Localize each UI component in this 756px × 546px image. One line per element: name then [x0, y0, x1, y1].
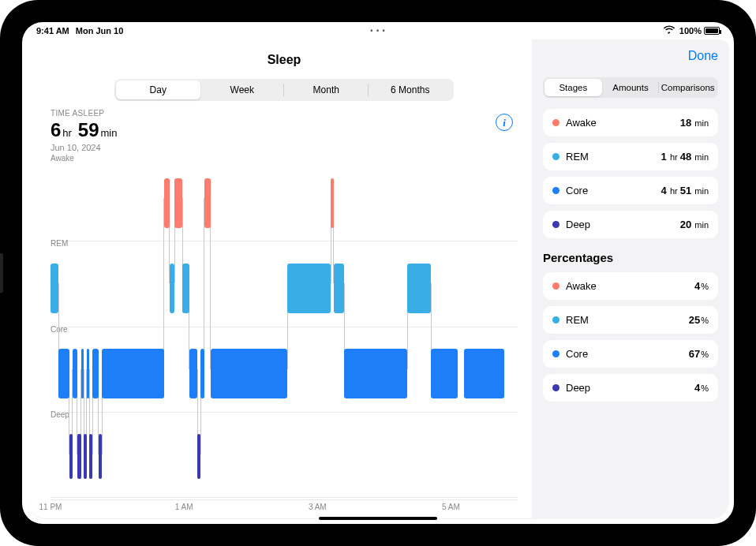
stage-percent: 25% — [689, 314, 709, 326]
summary-date: Jun 10, 2024 — [51, 143, 518, 152]
stage-name: Awake — [566, 117, 597, 129]
range-tab-6-months[interactable]: 6 Months — [369, 80, 453, 99]
sleep-segment-rem[interactable] — [407, 264, 431, 313]
multitask-dots-icon[interactable]: • • • — [370, 27, 385, 35]
page-title: Sleep — [268, 53, 301, 67]
sleep-segment-core[interactable] — [73, 349, 77, 398]
stage-color-dot — [552, 350, 560, 357]
sleep-segment-deep[interactable] — [89, 434, 92, 479]
done-button[interactable]: Done — [688, 49, 718, 63]
stage-name: Deep — [566, 382, 590, 394]
stage-name: REM — [566, 314, 589, 326]
stage-percent: 4% — [694, 382, 709, 394]
stage-percent: 67% — [689, 348, 709, 360]
main-panel: Sleep DayWeekMonth6 Months TIME ASLEEP 6… — [27, 39, 532, 519]
sleep-segment-core[interactable] — [431, 349, 458, 398]
x-tick-label: 3 AM — [309, 503, 327, 511]
stage-percent: 4% — [694, 280, 709, 292]
percentages-header: Percentages — [543, 251, 718, 264]
summary-value: 6hr 59min — [51, 119, 518, 141]
summary-label: TIME ASLEEP — [51, 109, 518, 118]
sleep-segment-core[interactable] — [189, 349, 197, 398]
summary-block: TIME ASLEEP 6hr 59min Jun 10, 2024 i — [51, 109, 518, 152]
stage-color-dot — [552, 316, 560, 323]
sidebar-tab-comparisons[interactable]: Comparisons — [659, 79, 717, 96]
status-bar: 9:41 AM Mon Jun 10 • • • 100% — [22, 22, 734, 39]
stage-row-deep[interactable]: Deep4% — [543, 374, 718, 402]
stage-durations-list: Awake18 minREM1 hr 48 minCore4 hr 51 min… — [543, 109, 718, 238]
battery-indicator: 100% — [679, 26, 720, 36]
sleep-segment-awake[interactable] — [164, 178, 170, 228]
stage-color-dot — [552, 384, 560, 391]
sleep-segment-rem[interactable] — [170, 264, 175, 313]
status-time: 9:41 AM — [36, 26, 69, 36]
sleep-segment-rem[interactable] — [334, 264, 345, 313]
lane-label-rem: REM — [51, 239, 68, 248]
screen: 9:41 AM Mon Jun 10 • • • 100% Sleep — [22, 22, 734, 524]
status-date: Mon Jun 10 — [76, 26, 124, 36]
sleep-segment-core[interactable] — [200, 349, 204, 398]
stage-row-core[interactable]: Core67% — [543, 340, 718, 368]
sleep-segment-deep[interactable] — [99, 434, 102, 479]
stage-name: Awake — [566, 280, 597, 292]
stage-color-dot — [552, 221, 560, 228]
sleep-segment-deep[interactable] — [84, 434, 86, 479]
lane-label-deep: Deep — [51, 410, 69, 419]
sleep-segment-core[interactable] — [344, 349, 407, 398]
sleep-segment-deep[interactable] — [77, 434, 81, 479]
range-tab-month[interactable]: Month — [284, 80, 369, 99]
stage-value: 20 min — [680, 219, 709, 230]
stage-color-dot — [552, 153, 560, 160]
sidebar-segmented[interactable]: StagesAmountsComparisons — [543, 77, 718, 98]
sleep-segment-awake[interactable] — [174, 178, 182, 228]
stage-row-awake[interactable]: Awake4% — [543, 272, 718, 300]
sleep-segment-rem[interactable] — [182, 264, 189, 313]
range-tab-day[interactable]: Day — [116, 80, 200, 99]
range-tab-week[interactable]: Week — [200, 80, 285, 99]
sleep-segment-core[interactable] — [464, 349, 504, 398]
stage-color-dot — [552, 187, 560, 194]
sleep-segment-rem[interactable] — [287, 264, 331, 313]
stage-name: REM — [566, 151, 589, 163]
stage-value: 18 min — [680, 117, 709, 129]
sleep-segment-awake[interactable] — [331, 178, 333, 228]
sidebar-tab-amounts[interactable]: Amounts — [602, 79, 660, 96]
stage-name: Core — [566, 185, 588, 196]
x-tick-label: 5 AM — [442, 503, 460, 511]
stage-name: Core — [566, 348, 588, 360]
time-range-segmented[interactable]: DayWeekMonth6 Months — [114, 79, 454, 101]
sleep-segment-rem[interactable] — [51, 264, 58, 313]
info-icon[interactable]: i — [496, 114, 513, 131]
device-side-button — [0, 253, 3, 293]
lane-label-awake: Awake — [51, 154, 74, 163]
x-tick-label: 1 AM — [175, 503, 193, 511]
sleep-segment-core[interactable] — [81, 349, 84, 398]
lane-label-core: Core — [51, 325, 68, 334]
wifi-icon — [664, 27, 675, 35]
ipad-frame: 9:41 AM Mon Jun 10 • • • 100% Sleep — [0, 0, 756, 546]
sheet: Sleep DayWeekMonth6 Months TIME ASLEEP 6… — [27, 39, 729, 519]
sleep-segment-deep[interactable] — [197, 434, 200, 479]
stage-row-deep[interactable]: Deep20 min — [543, 211, 718, 238]
sidebar: Done StagesAmountsComparisons Awake18 mi… — [532, 39, 729, 519]
sleep-segment-core[interactable] — [102, 349, 164, 398]
sleep-segment-deep[interactable] — [69, 434, 73, 479]
stage-row-core[interactable]: Core4 hr 51 min — [543, 177, 718, 204]
sleep-stage-chart[interactable]: AwakeREMCoreDeep11 PM1 AM3 AM5 AM — [51, 155, 518, 511]
x-tick-label: 11 PM — [39, 503, 62, 511]
stage-row-rem[interactable]: REM1 hr 48 min — [543, 143, 718, 170]
sleep-segment-core[interactable] — [87, 349, 89, 398]
sleep-segment-core[interactable] — [58, 349, 69, 398]
sleep-segment-core[interactable] — [211, 349, 287, 398]
stage-value: 1 hr 48 min — [661, 151, 709, 163]
stage-color-dot — [552, 282, 560, 290]
sleep-segment-core[interactable] — [92, 349, 99, 398]
sleep-segment-awake[interactable] — [204, 178, 211, 228]
stage-color-dot — [552, 119, 560, 126]
sidebar-tab-stages[interactable]: Stages — [545, 79, 602, 96]
stage-value: 4 hr 51 min — [661, 185, 709, 196]
stage-row-rem[interactable]: REM25% — [543, 306, 718, 334]
home-indicator[interactable] — [319, 517, 437, 520]
battery-percent: 100% — [679, 26, 702, 36]
stage-row-awake[interactable]: Awake18 min — [543, 109, 718, 136]
